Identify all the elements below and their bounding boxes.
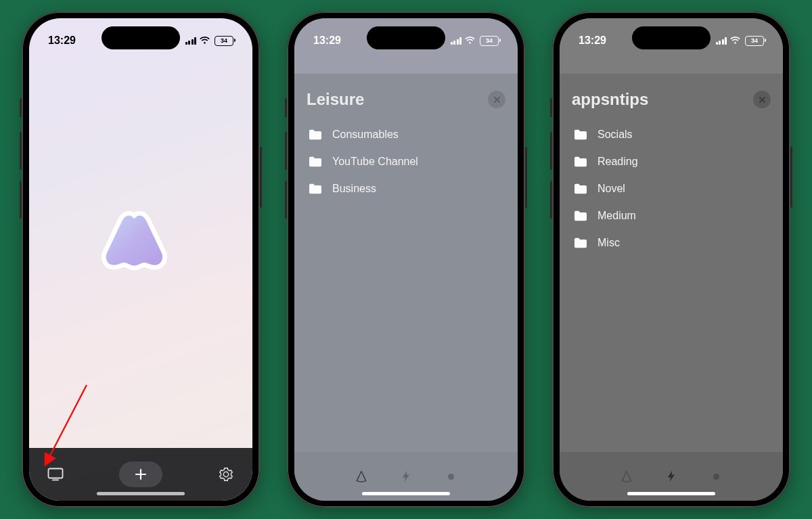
folder-sheet: appsntips SocialsReadingNovelMediumMisc	[560, 74, 783, 501]
sheet-title: Leisure	[307, 90, 364, 109]
battery-icon: 34	[745, 36, 764, 46]
desktop-button[interactable]	[45, 464, 66, 484]
signal-icon	[185, 37, 197, 45]
app-logo	[95, 201, 187, 295]
wifi-icon	[464, 36, 476, 45]
close-button[interactable]	[488, 91, 505, 108]
phone-home: 13:29 34	[22, 12, 260, 507]
close-button[interactable]	[753, 91, 771, 108]
folder-label: Socials	[597, 129, 633, 141]
tab-dot[interactable]	[443, 469, 458, 484]
wifi-icon	[199, 36, 210, 45]
home-indicator[interactable]	[627, 492, 715, 495]
dynamic-island	[102, 26, 180, 49]
svg-rect-1	[52, 480, 59, 481]
sheet-title: appsntips	[572, 90, 648, 109]
status-time: 13:29	[48, 35, 76, 47]
folder-row[interactable]: Misc	[572, 229, 771, 256]
folder-row[interactable]: YouTube Channel	[307, 148, 505, 175]
folder-row[interactable]: Reading	[572, 148, 771, 175]
phone-appsntips: 13:29 34 appsntips SocialsReadingNovelMe…	[552, 12, 790, 507]
folder-label: Novel	[597, 183, 625, 195]
folder-label: Medium	[597, 210, 636, 222]
folder-row[interactable]: Consumables	[307, 121, 505, 148]
folder-label: Misc	[597, 237, 620, 249]
tab-dot[interactable]	[708, 469, 723, 484]
tab-pizza[interactable]	[619, 469, 634, 484]
dynamic-island	[632, 26, 710, 49]
wifi-icon	[729, 36, 741, 45]
folder-row[interactable]: Business	[307, 175, 505, 202]
signal-icon	[451, 37, 462, 45]
signal-icon	[716, 37, 727, 45]
folder-row[interactable]: Novel	[572, 175, 771, 202]
battery-icon: 34	[480, 36, 499, 46]
folder-sheet: Leisure ConsumablesYouTube ChannelBusine…	[294, 74, 518, 501]
dynamic-island	[367, 26, 445, 49]
folder-list: ConsumablesYouTube ChannelBusiness	[307, 121, 505, 202]
add-button[interactable]	[119, 461, 162, 487]
tab-bolt[interactable]	[399, 469, 413, 484]
status-time: 13:29	[579, 35, 606, 47]
folder-label: YouTube Channel	[332, 156, 418, 168]
folder-list: SocialsReadingNovelMediumMisc	[572, 121, 771, 256]
home-indicator[interactable]	[362, 492, 450, 495]
tab-pizza[interactable]	[354, 469, 369, 484]
phone-leisure: 13:29 34 Leisure ConsumablesYouTube Chan…	[287, 12, 525, 507]
folder-label: Business	[332, 183, 376, 195]
tab-bolt[interactable]	[664, 469, 679, 484]
battery-icon: 34	[215, 36, 233, 46]
settings-button[interactable]	[216, 464, 236, 484]
folder-row[interactable]: Socials	[572, 121, 771, 148]
svg-rect-0	[49, 469, 63, 478]
folder-label: Consumables	[332, 129, 399, 141]
folder-label: Reading	[597, 156, 638, 168]
home-indicator[interactable]	[97, 492, 185, 495]
folder-row[interactable]: Medium	[572, 202, 771, 229]
status-time: 13:29	[313, 35, 341, 47]
